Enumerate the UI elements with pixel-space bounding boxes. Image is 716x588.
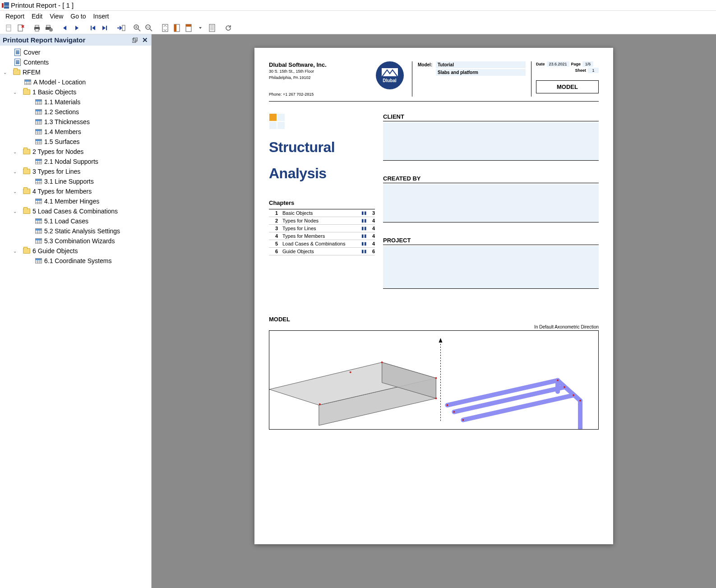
chevron-down-icon[interactable]: ⌄	[12, 249, 18, 254]
tree-surfaces[interactable]: 1.5 Surfaces	[0, 137, 151, 147]
svg-rect-24	[382, 68, 398, 77]
navigator-title: Printout Report Navigator	[3, 36, 85, 44]
created-by-label: CREATED BY	[383, 175, 599, 183]
navigator-tree: Cover Contents ⌄RFEM A Model - Location …	[0, 46, 151, 268]
report-title-2: Analysis	[269, 166, 375, 181]
zoom-out-icon[interactable]	[143, 23, 154, 33]
layout1-icon[interactable]	[171, 23, 182, 33]
svg-point-45	[579, 400, 581, 402]
chapter-name: Types for Nodes	[282, 218, 361, 223]
folder-icon	[23, 88, 31, 96]
company-name: Dlubal Software, Inc.	[269, 61, 373, 68]
first-icon[interactable]	[88, 23, 98, 33]
tree-thicknesses[interactable]: 1.3 Thicknesses	[0, 117, 151, 127]
report-preview[interactable]: Dlubal Software, Inc. 30 S. 15th St., 15…	[152, 34, 716, 588]
chapter-row: 5Load Cases & Combinations▮▮4	[269, 240, 375, 248]
menu-view[interactable]: View	[46, 12, 67, 21]
last-icon[interactable]	[99, 23, 110, 33]
folder-icon	[23, 247, 31, 255]
tree-cw[interactable]: 5.3 Combination Wizards	[0, 236, 151, 246]
tree-nodal-supports[interactable]: 2.1 Nodal Supports	[0, 157, 151, 167]
delete-page-icon[interactable]	[15, 23, 26, 33]
layout2-icon[interactable]	[183, 23, 194, 33]
chevron-down-icon[interactable]: ⌄	[12, 90, 18, 95]
company-phone: Phone: +1 267 702-2815	[269, 92, 373, 97]
folder-icon	[23, 208, 31, 215]
svg-rect-2	[4, 6, 9, 9]
navigator-panel: Printout Report Navigator ✕ Cover Conten…	[0, 34, 152, 588]
chapter-num: 3	[269, 226, 282, 231]
svg-rect-22	[132, 39, 136, 42]
table-icon	[34, 257, 42, 264]
chevron-down-icon[interactable]: ⌄	[12, 189, 18, 194]
tree-sas[interactable]: 5.2 Static Analysis Settings	[0, 226, 151, 236]
chapter-name: Load Cases & Combinations	[282, 241, 361, 246]
tree-line-supports[interactable]: 3.1 Line Supports	[0, 176, 151, 186]
tree-basic-objects[interactable]: ⌄1 Basic Objects	[0, 87, 151, 97]
undock-icon[interactable]	[131, 37, 139, 44]
chevron-down-icon[interactable]: ⌄	[12, 209, 18, 214]
svg-point-31	[381, 361, 383, 363]
model-section-head: MODEL	[269, 316, 599, 323]
svg-point-43	[462, 419, 464, 421]
chapters-list: 1Basic Objects▮▮32Types for Nodes▮▮43Typ…	[269, 209, 375, 255]
table-icon	[34, 178, 42, 185]
goto-page-icon[interactable]	[115, 23, 126, 33]
chapter-row: 3Types for Lines▮▮4	[269, 225, 375, 232]
layout-dropdown-icon[interactable]	[195, 23, 206, 33]
folder-icon	[23, 168, 31, 175]
folder-icon	[23, 148, 31, 155]
menu-goto[interactable]: Go to	[67, 12, 89, 21]
page-lines-icon[interactable]	[207, 23, 217, 33]
svg-point-44	[557, 380, 559, 381]
refresh-icon[interactable]	[223, 23, 234, 33]
tree-contents[interactable]: Contents	[0, 57, 151, 67]
table-icon	[23, 79, 32, 86]
decorative-squares	[269, 113, 287, 130]
page-icon	[14, 59, 22, 66]
svg-rect-1	[4, 2, 9, 6]
chevron-down-icon[interactable]: ⌄	[2, 70, 8, 75]
tree-sections[interactable]: 1.2 Sections	[0, 107, 151, 117]
prev-icon[interactable]	[60, 23, 70, 33]
tree-cover[interactable]: Cover	[0, 47, 151, 57]
tree-rfem[interactable]: ⌄RFEM	[0, 67, 151, 77]
tree-types-nodes[interactable]: ⌄2 Types for Nodes	[0, 147, 151, 157]
app-icon	[2, 2, 9, 9]
tree-types-members[interactable]: ⌄4 Types for Members	[0, 186, 151, 196]
print-settings-icon[interactable]	[43, 23, 54, 33]
print-icon[interactable]	[32, 23, 42, 33]
tree-coord[interactable]: 6.1 Coordinate Systems	[0, 256, 151, 266]
next-icon[interactable]	[71, 23, 82, 33]
tree-materials[interactable]: 1.1 Materials	[0, 97, 151, 107]
chevron-down-icon[interactable]: ⌄	[12, 149, 18, 154]
menu-report[interactable]: Report	[2, 12, 28, 21]
tree-types-lines[interactable]: ⌄3 Types for Lines	[0, 167, 151, 176]
close-panel-icon[interactable]: ✕	[141, 37, 148, 44]
table-icon	[34, 218, 42, 225]
tree-member-hinges[interactable]: 4.1 Member Hinges	[0, 196, 151, 206]
tree-a-model[interactable]: A Model - Location	[0, 77, 151, 87]
tree-members[interactable]: 1.4 Members	[0, 127, 151, 137]
model-label: Model:	[418, 62, 436, 67]
tree-load-cases[interactable]: ⌄5 Load Cases & Combinations	[0, 206, 151, 216]
chevron-down-icon[interactable]: ⌄	[12, 169, 18, 174]
project-label: PROJECT	[383, 237, 599, 245]
date-value: 23.6.2021	[547, 61, 569, 67]
fit-page-icon[interactable]	[160, 23, 171, 33]
chapter-page: 4	[369, 241, 375, 246]
tree-lc[interactable]: 5.1 Load Cases	[0, 216, 151, 226]
table-icon	[34, 138, 42, 145]
chapter-page: 3	[369, 210, 375, 216]
svg-point-30	[319, 403, 321, 405]
svg-rect-13	[122, 25, 125, 31]
menu-edit[interactable]: Edit	[28, 12, 46, 21]
zoom-in-icon[interactable]	[132, 23, 143, 33]
table-icon	[34, 237, 42, 245]
menu-insert[interactable]: Insert	[90, 12, 113, 21]
pages-icon: ▮▮	[361, 249, 367, 254]
svg-rect-21	[209, 24, 215, 32]
tree-guide[interactable]: ⌄6 Guide Objects	[0, 246, 151, 256]
table-icon	[34, 158, 42, 165]
page-setup-icon[interactable]	[4, 23, 14, 33]
